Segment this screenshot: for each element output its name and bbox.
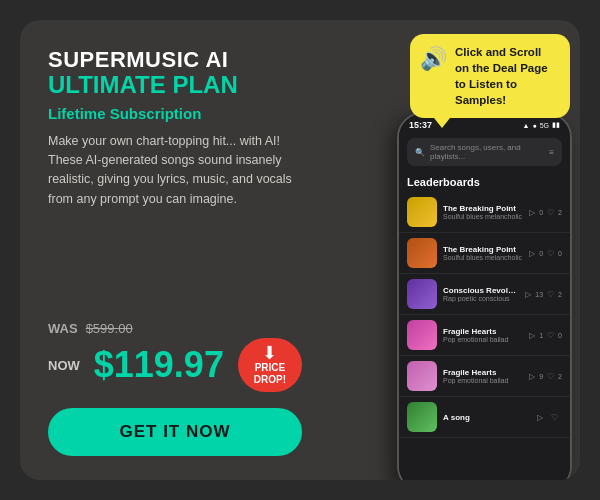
song-genre: Soulful blues melancholic bbox=[443, 254, 523, 261]
phone-song-list: The Breaking Point Soulful blues melanch… bbox=[399, 192, 570, 480]
phone-search-placeholder: Search songs, users, and playlists... bbox=[430, 143, 544, 161]
song-info: Fragile Hearts Pop emotional ballad bbox=[443, 368, 523, 384]
song-genre: Pop emotional ballad bbox=[443, 336, 523, 343]
speaker-icon: 🔊 bbox=[420, 46, 447, 72]
play-count: 0 bbox=[539, 209, 543, 216]
price-drop-badge: ⬇ PRICE DROP! bbox=[238, 338, 302, 392]
now-row: NOW $119.97 ⬇ PRICE DROP! bbox=[48, 338, 302, 392]
play-count: 0 bbox=[539, 250, 543, 257]
play-count: 1 bbox=[539, 332, 543, 339]
phone-screen: 15:37 ▲ ● 5G ▮▮ 🔍 Search songs, users, a… bbox=[399, 114, 570, 480]
lifetime-label: Lifetime Subscription bbox=[48, 105, 302, 122]
play-icon[interactable]: ▷ bbox=[537, 413, 543, 422]
promo-card: SUPERMUSIC AI ULTIMATE PLAN Lifetime Sub… bbox=[20, 20, 580, 480]
song-genre: Rap poetic conscious bbox=[443, 295, 519, 302]
heart-icon[interactable]: ♡ bbox=[547, 331, 554, 340]
song-item: The Breaking Point Soulful blues melanch… bbox=[399, 233, 570, 274]
song-item: Fragile Hearts Pop emotional ballad ▷ 9 … bbox=[399, 356, 570, 397]
song-actions: ▷ ♡ bbox=[537, 413, 562, 422]
description-text: Make your own chart-topping hit... with … bbox=[48, 132, 302, 210]
bottom-content: WAS $599.00 NOW $119.97 ⬇ PRICE DROP! GE… bbox=[48, 307, 302, 456]
song-thumbnail bbox=[407, 320, 437, 350]
left-panel: SUPERMUSIC AI ULTIMATE PLAN Lifetime Sub… bbox=[20, 20, 330, 480]
phone-status: ▲ ● 5G ▮▮ bbox=[522, 121, 560, 129]
now-label: NOW bbox=[48, 358, 80, 373]
song-item: The Breaking Point Soulful blues melanch… bbox=[399, 192, 570, 233]
song-name: Conscious Revolution bbox=[443, 286, 519, 295]
heart-count: 0 bbox=[558, 250, 562, 257]
song-name: Fragile Hearts bbox=[443, 368, 523, 377]
song-thumbnail bbox=[407, 197, 437, 227]
song-item: Fragile Hearts Pop emotional ballad ▷ 1 … bbox=[399, 315, 570, 356]
song-info: Conscious Revolution Rap poetic consciou… bbox=[443, 286, 519, 302]
song-actions: ▷ 13 ♡ 2 bbox=[525, 290, 562, 299]
play-icon[interactable]: ▷ bbox=[529, 372, 535, 381]
heart-count: 2 bbox=[558, 209, 562, 216]
tooltip-bubble: 🔊 Click and Scroll on the Deal Page to L… bbox=[410, 34, 570, 118]
now-price: $119.97 bbox=[94, 347, 224, 383]
wifi-icon: ● bbox=[532, 122, 536, 129]
top-content: SUPERMUSIC AI ULTIMATE PLAN Lifetime Sub… bbox=[48, 48, 302, 209]
song-actions: ▷ 0 ♡ 0 bbox=[529, 249, 562, 258]
phone-section-title: Leaderboards bbox=[399, 170, 570, 192]
heart-icon[interactable]: ♡ bbox=[547, 372, 554, 381]
song-actions: ▷ 0 ♡ 2 bbox=[529, 208, 562, 217]
phone-filter-icon: ≡ bbox=[549, 148, 554, 157]
song-thumbnail bbox=[407, 402, 437, 432]
song-info: A song bbox=[443, 413, 531, 422]
play-icon[interactable]: ▷ bbox=[529, 208, 535, 217]
phone-time: 15:37 bbox=[409, 120, 432, 130]
was-price: $599.00 bbox=[86, 321, 133, 336]
song-genre: Pop emotional ballad bbox=[443, 377, 523, 384]
song-name: Fragile Hearts bbox=[443, 327, 523, 336]
plan-title: ULTIMATE PLAN bbox=[48, 72, 302, 98]
song-item: Conscious Revolution Rap poetic consciou… bbox=[399, 274, 570, 315]
heart-count: 0 bbox=[558, 332, 562, 339]
heart-count: 2 bbox=[558, 291, 562, 298]
heart-icon[interactable]: ♡ bbox=[547, 249, 554, 258]
song-info: Fragile Hearts Pop emotional ballad bbox=[443, 327, 523, 343]
song-info: The Breaking Point Soulful blues melanch… bbox=[443, 245, 523, 261]
phone-search-bar: 🔍 Search songs, users, and playlists... … bbox=[407, 138, 562, 166]
song-thumbnail bbox=[407, 238, 437, 268]
price-drop-icon: ⬇ bbox=[262, 344, 277, 362]
brand-title: SUPERMUSIC AI bbox=[48, 48, 302, 72]
heart-icon[interactable]: ♡ bbox=[547, 208, 554, 217]
heart-icon[interactable]: ♡ bbox=[551, 413, 558, 422]
phone-mockup: 15:37 ▲ ● 5G ▮▮ 🔍 Search songs, users, a… bbox=[397, 112, 572, 480]
right-panel: 🔊 Click and Scroll on the Deal Page to L… bbox=[330, 20, 580, 480]
song-info: The Breaking Point Soulful blues melanch… bbox=[443, 204, 523, 220]
battery-icon: ▮▮ bbox=[552, 121, 560, 129]
pricing-section: WAS $599.00 NOW $119.97 ⬇ PRICE DROP! bbox=[48, 321, 302, 392]
get-it-now-button[interactable]: GET IT NOW bbox=[48, 408, 302, 456]
heart-count: 2 bbox=[558, 373, 562, 380]
song-name: A song bbox=[443, 413, 531, 422]
play-count: 9 bbox=[539, 373, 543, 380]
song-thumbnail bbox=[407, 361, 437, 391]
price-drop-line2: DROP! bbox=[254, 374, 286, 386]
song-genre: Soulful blues melancholic bbox=[443, 213, 523, 220]
song-actions: ▷ 1 ♡ 0 bbox=[529, 331, 562, 340]
price-drop-line1: PRICE bbox=[255, 362, 286, 374]
was-row: WAS $599.00 bbox=[48, 321, 302, 336]
play-icon[interactable]: ▷ bbox=[525, 290, 531, 299]
heart-icon[interactable]: ♡ bbox=[547, 290, 554, 299]
play-icon[interactable]: ▷ bbox=[529, 249, 535, 258]
signal-icon: ▲ bbox=[522, 122, 529, 129]
tooltip-text: Click and Scroll on the Deal Page to Lis… bbox=[455, 44, 558, 108]
phone-search-icon: 🔍 bbox=[415, 148, 425, 157]
play-icon[interactable]: ▷ bbox=[529, 331, 535, 340]
song-name: The Breaking Point bbox=[443, 204, 523, 213]
song-name: The Breaking Point bbox=[443, 245, 523, 254]
was-label: WAS bbox=[48, 321, 78, 336]
song-actions: ▷ 9 ♡ 2 bbox=[529, 372, 562, 381]
song-item: A song ▷ ♡ bbox=[399, 397, 570, 438]
network-label: 5G bbox=[540, 122, 549, 129]
song-thumbnail bbox=[407, 279, 437, 309]
play-count: 13 bbox=[535, 291, 543, 298]
